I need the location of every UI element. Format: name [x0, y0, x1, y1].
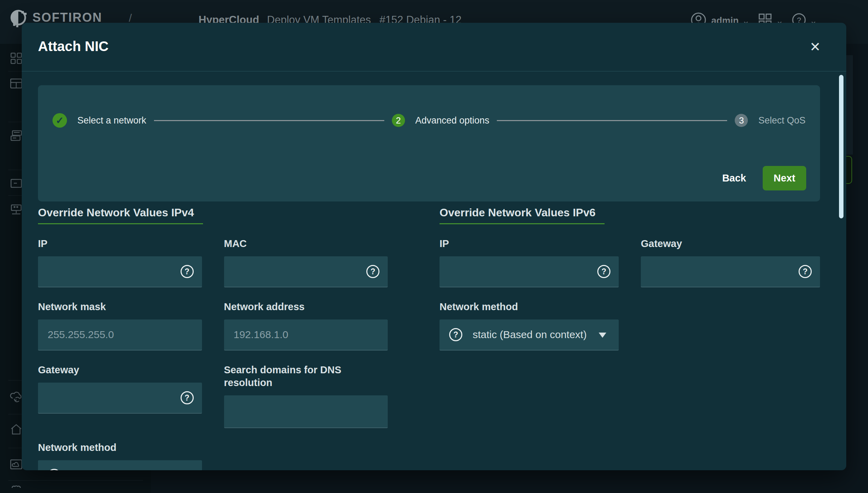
field-ipv4-network-address: Network address: [224, 300, 388, 351]
field-label: Gateway: [641, 237, 820, 250]
field-label: Network method: [38, 441, 202, 454]
ipv4-search-domains-textarea[interactable]: [224, 395, 388, 427]
field-ipv4-ip: IP ?: [38, 237, 202, 287]
ipv6-network-method-select[interactable]: ? static (Based on context): [440, 319, 619, 351]
step-connector: [154, 120, 384, 121]
field-ipv4-gateway: Gateway ?: [38, 364, 202, 414]
ipv4-network-mask-input[interactable]: [38, 319, 202, 350]
wizard-actions: Back Next: [722, 166, 806, 190]
help-icon[interactable]: ?: [181, 391, 194, 404]
field-label: Network mask: [38, 300, 202, 313]
sidebar-item-image-cloud[interactable]: [9, 457, 23, 471]
attach-nic-modal: Attach NIC ✕ ✓ Select a network 2 Advanc…: [22, 23, 846, 470]
field-ipv4-mac: MAC ?: [224, 237, 388, 287]
step-connector: [497, 120, 727, 121]
ipv4-network-method-select[interactable]: ? static (Based on context): [38, 460, 202, 470]
step-advanced-options[interactable]: 2 Advanced options: [392, 114, 490, 127]
sidebar-item-partial-bottom[interactable]: [9, 483, 23, 493]
field-ipv4-search-domains: Search domains for DNS resolution: [224, 364, 388, 428]
selected-value: static (Based on context): [71, 470, 185, 470]
field-label: Gateway: [38, 364, 202, 376]
sidebar-item-cloud-sync[interactable]: [9, 391, 23, 404]
help-icon[interactable]: ?: [366, 265, 379, 278]
modal-header: Attach NIC ✕: [22, 23, 846, 71]
close-icon[interactable]: ✕: [807, 39, 823, 55]
ipv6-gateway-input[interactable]: [641, 256, 820, 287]
caret-down-icon: [599, 333, 606, 338]
field-label: Network method: [440, 300, 619, 313]
field-ipv4-network-method: Network method ? static (Based on contex…: [38, 441, 202, 470]
ipv4-ip-input[interactable]: [38, 256, 202, 287]
field-label: MAC: [224, 237, 388, 250]
help-icon[interactable]: ?: [799, 265, 812, 278]
sidebar-item-monitor[interactable]: [9, 177, 23, 190]
field-ipv6-ip: IP ?: [440, 237, 619, 287]
ipv4-mac-input[interactable]: [224, 256, 388, 287]
field-label: Network address: [224, 300, 388, 313]
ipv4-gateway-input[interactable]: [38, 383, 202, 413]
field-ipv6-gateway: Gateway ?: [641, 237, 820, 287]
back-button[interactable]: Back: [722, 172, 746, 184]
section-ipv6: Override Network Values IPv6 IP ? Gatewa…: [440, 206, 820, 470]
step-complete-check-icon: ✓: [52, 113, 67, 128]
step-label: Select a network: [77, 115, 146, 126]
field-label: Search domains for DNS resolution: [224, 364, 388, 389]
ipv4-network-address-input[interactable]: [224, 319, 388, 350]
section-heading-ipv6: Override Network Values IPv6: [440, 206, 605, 224]
section-ipv4: Override Network Values IPv4 IP ? MAC: [38, 206, 388, 470]
page-scroll-track: [846, 55, 853, 155]
section-heading-ipv4: Override Network Values IPv4: [38, 206, 203, 224]
stepper-panel: ✓ Select a network 2 Advanced options 3 …: [38, 85, 820, 201]
sidebar-item-server-rack[interactable]: [9, 203, 23, 216]
step-label: Advanced options: [415, 115, 490, 126]
step-select-qos[interactable]: 3 Select QoS: [735, 114, 806, 127]
help-icon[interactable]: ?: [597, 265, 610, 278]
next-button[interactable]: Next: [763, 166, 806, 190]
step-number-badge: 2: [392, 114, 405, 127]
ipv6-ip-input[interactable]: [440, 256, 619, 287]
field-label: IP: [38, 237, 202, 250]
field-ipv6-network-method: Network method ? static (Based on contex…: [440, 300, 619, 351]
sidebar-item-grid-squares[interactable]: [9, 51, 23, 65]
help-icon[interactable]: ?: [48, 469, 61, 470]
sidebar-item-stacked-list[interactable]: [9, 129, 23, 143]
sidebar-item-home[interactable]: [9, 423, 23, 436]
field-ipv4-network-mask: Network mask: [38, 300, 202, 351]
sidebar-divider: [8, 480, 143, 481]
step-number-badge: 3: [735, 114, 748, 127]
modal-scrollbar-thumb[interactable]: [839, 75, 843, 218]
step-select-network[interactable]: ✓ Select a network: [52, 113, 146, 128]
field-label: IP: [440, 237, 619, 250]
modal-body: ✓ Select a network 2 Advanced options 3 …: [22, 71, 846, 470]
sidebar-item-table-grid[interactable]: [9, 77, 23, 90]
selected-value: static (Based on context): [473, 329, 587, 341]
stepper: ✓ Select a network 2 Advanced options 3 …: [38, 113, 820, 128]
help-icon[interactable]: ?: [181, 265, 194, 278]
help-icon[interactable]: ?: [449, 328, 462, 341]
modal-title: Attach NIC: [38, 39, 108, 54]
step-label: Select QoS: [758, 115, 806, 126]
